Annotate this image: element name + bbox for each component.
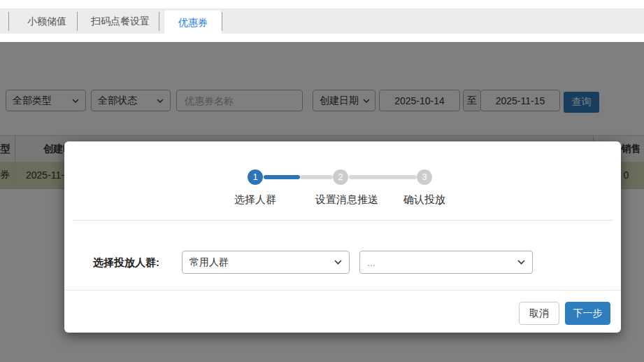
audience-sub-select-value: ... — [367, 257, 375, 268]
audience-group-select-value: 常用人群 — [189, 256, 229, 269]
tab-bar-bottom-strip — [0, 34, 644, 42]
step-1-label: 选择人群 — [206, 193, 304, 207]
tab-qr-order-settings[interactable]: 扫码点餐设置 — [83, 8, 158, 34]
step-3-label: 确认投放 — [375, 193, 473, 207]
tab-divider — [8, 12, 9, 31]
cancel-button[interactable]: 取消 — [519, 302, 559, 325]
step-connector-done — [264, 175, 300, 179]
tab-bar: 小额储值 扫码点餐设置 优惠券 — [0, 8, 644, 34]
chevron-down-icon — [334, 260, 342, 265]
tab-divider — [159, 12, 159, 31]
tab-divider — [222, 12, 222, 31]
step-1-circle: 1 — [248, 169, 263, 185]
tab-divider — [77, 12, 78, 31]
tab-stored-value[interactable]: 小额储值 — [16, 8, 78, 34]
chevron-down-icon — [517, 260, 525, 265]
coupon-distribute-modal: 1 2 3 选择人群 设置消息推送 确认投放 选择投放人群: 常用人群 ... … — [64, 141, 621, 333]
stepper-divider — [72, 220, 613, 221]
audience-sub-select[interactable]: ... — [359, 251, 533, 274]
step-connector-pending — [300, 175, 333, 179]
step-3-circle: 3 — [417, 169, 432, 185]
audience-label: 选择投放人群: — [64, 256, 159, 270]
audience-group-select[interactable]: 常用人群 — [182, 251, 350, 274]
footer-divider — [64, 290, 621, 291]
next-step-button[interactable]: 下一步 — [565, 302, 610, 325]
step-2-circle: 2 — [333, 169, 348, 185]
step-connector-pending — [349, 175, 417, 179]
